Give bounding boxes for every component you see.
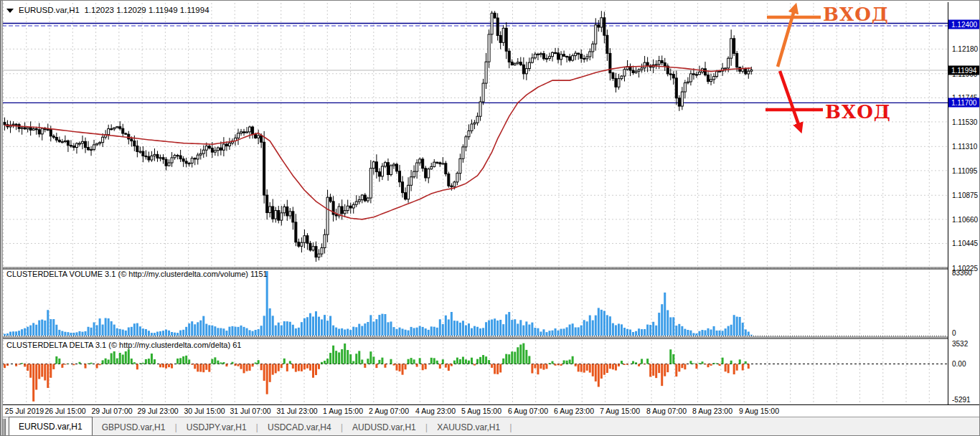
chart-tab-bar: EURUSD.var,H1GBPUSD.var,H1|USDJPY.var,H1… xyxy=(1,417,980,436)
tab-usdcad[interactable]: USDCAD.var,H4 xyxy=(258,417,341,436)
time-axis-label: 29 Jul 07:00 xyxy=(91,407,132,415)
price-axis[interactable]: -52910.0035320833601.102251.104451.10660… xyxy=(948,1,980,404)
price-axis-label: 1.11095 xyxy=(952,166,977,174)
window-left-edge xyxy=(1,1,3,436)
tab-separator: | xyxy=(509,417,512,436)
volume-axis-min: 0 xyxy=(952,329,956,337)
price-level-upper-badge: 1.12400 xyxy=(948,20,980,29)
chart-canvas[interactable] xyxy=(1,1,980,436)
time-axis-label: 5 Aug 15:00 xyxy=(461,407,501,415)
tab-xauusd[interactable]: XAUUSD.var,H1 xyxy=(428,417,509,436)
price-axis-label: 1.10660 xyxy=(952,215,978,223)
price-axis-label: 1.10875 xyxy=(952,191,978,199)
volume-indicator-title: CLUSTERDELTA VOLUME 3.1 (© http://my.clu… xyxy=(6,270,268,278)
ohlc-values: 1.12023 1.12029 1.11949 1.11994 xyxy=(84,6,209,14)
time-axis-label: 31 Jul 23:00 xyxy=(276,407,317,415)
price-axis-label: 1.12180 xyxy=(952,45,978,53)
moving-average-line xyxy=(5,66,752,219)
chevron-down-icon[interactable] xyxy=(6,9,14,13)
current-price-badge: 1.11994 xyxy=(948,66,980,75)
time-axis-label: 1 Aug 15:00 xyxy=(323,407,363,415)
symbol-period-label: EURUSD.var,H1 xyxy=(19,6,80,14)
time-axis[interactable]: 25 Jul 201926 Jul 15:0029 Jul 07:0029 Ju… xyxy=(1,405,980,417)
time-axis-label: 4 Aug 23:00 xyxy=(415,407,456,415)
price-axis-label: 1.11310 xyxy=(952,143,977,151)
price-axis-label: 1.10445 xyxy=(952,240,978,247)
time-axis-label: 31 Jul 07:00 xyxy=(230,407,270,415)
delta-axis-zero: 0.00 xyxy=(952,360,966,368)
price-axis-label: 1.10225 xyxy=(952,264,978,272)
price-level-lower-badge: 1.11700 xyxy=(948,98,980,108)
chart-title: EURUSD.var,H1 1.12023 1.12029 1.11949 1.… xyxy=(6,6,209,14)
level-lines xyxy=(2,24,948,103)
time-axis-label: 25 Jul 2019 xyxy=(5,407,44,415)
price-axis-label: 1.11530 xyxy=(952,118,977,125)
tab-usdjpy[interactable]: USDJPY.var,H1 xyxy=(177,417,256,436)
time-axis-label: 29 Jul 23:00 xyxy=(137,407,178,415)
volume-bars xyxy=(2,271,947,336)
time-axis-label: 26 Jul 15:00 xyxy=(44,407,85,415)
chart-window: EURUSD.var,H1 1.12023 1.12029 1.11949 1.… xyxy=(0,0,980,436)
time-axis-label: 9 Aug 15:00 xyxy=(739,407,779,415)
time-axis-label: 8 Aug 23:00 xyxy=(692,407,732,415)
delta-indicator-title: CLUSTERDELTA DELTA 3.1 (© http://my.clus… xyxy=(6,341,241,349)
entry-annotation-bottom: ВХОД xyxy=(825,103,891,121)
time-axis-label: 2 Aug 07:00 xyxy=(369,407,409,415)
time-axis-label: 7 Aug 15:00 xyxy=(600,407,640,415)
delta-axis-max: 3532 xyxy=(952,340,968,348)
delta-axis-min: -5291 xyxy=(952,396,971,404)
time-axis-label: 30 Jul 15:00 xyxy=(184,407,225,415)
time-axis-label: 6 Aug 23:00 xyxy=(554,407,594,415)
delta-bars xyxy=(2,343,947,402)
entry-annotation-top: ВХОД xyxy=(823,5,889,24)
time-axis-label: 6 Aug 07:00 xyxy=(508,407,548,415)
tab-eurusd[interactable]: EURUSD.var,H1 xyxy=(9,417,93,436)
time-axis-label: 8 Aug 07:00 xyxy=(646,407,687,415)
tab-gbpusd[interactable]: GBPUSD.var,H1 xyxy=(93,417,175,436)
tab-audusd[interactable]: AUDUSD.var,H1 xyxy=(343,417,425,436)
